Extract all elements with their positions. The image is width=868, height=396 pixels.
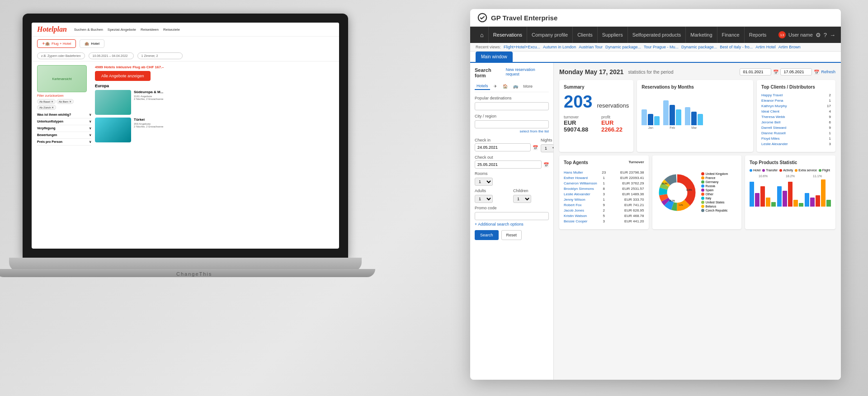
gp-agent-name-2[interactable]: Cameron Williamson bbox=[564, 181, 600, 185]
hp-filter-5[interactable]: Preis pro Person∨ bbox=[37, 139, 91, 146]
gp-recent-link-3[interactable]: Dynamic package... bbox=[605, 45, 641, 49]
gp-logout-icon[interactable]: → bbox=[830, 32, 835, 38]
hp-nav-item-2[interactable]: Spezial-Angebote bbox=[108, 28, 136, 32]
gp-popular-dest-input[interactable] bbox=[475, 102, 549, 110]
gp-bar-pair-jan bbox=[642, 109, 660, 125]
gp-home-btn[interactable]: ⌂ bbox=[476, 27, 488, 43]
gp-client-name-1[interactable]: Eleanor Pena bbox=[761, 99, 783, 103]
hp-chip-2[interactable]: Ab Zürich ✕ bbox=[37, 105, 56, 110]
gp-client-name-9[interactable]: Leslie Alexander bbox=[761, 142, 788, 146]
gp-bar-group-feb: Feb bbox=[663, 100, 681, 129]
gp-client-name-6[interactable]: Darrell Steward bbox=[761, 126, 786, 130]
gp-client-name-4[interactable]: Theresa Webb bbox=[761, 115, 785, 119]
gp-profit-label: profit bbox=[601, 115, 629, 119]
gp-help-icon[interactable]: ? bbox=[824, 32, 827, 38]
hp-filter-reset[interactable]: Filter zurücksetzen bbox=[37, 94, 91, 97]
gp-recent-link-4[interactable]: Tour Prague - Mu... bbox=[644, 45, 679, 49]
gp-toolbar-flight[interactable]: ✈ bbox=[492, 83, 499, 90]
gp-agent-name-5[interactable]: Jenny Wilson bbox=[564, 198, 600, 202]
gp-agent-name-7[interactable]: Jacob Jones bbox=[564, 208, 600, 212]
gp-promo-input[interactable] bbox=[475, 212, 549, 220]
hp-nav-item-1[interactable]: Suchen & Buchen bbox=[74, 28, 103, 32]
gp-toolbar-house[interactable]: 🏠 bbox=[501, 83, 509, 90]
gp-nav-company-profile[interactable]: Company profile bbox=[527, 27, 572, 43]
gp-agent-name-4[interactable]: Leslie Alexander bbox=[564, 192, 600, 196]
gp-agent-name-9[interactable]: Bessie Cooper bbox=[564, 219, 600, 223]
gp-toolbar-bus[interactable]: 🚌 bbox=[511, 83, 520, 90]
gp-agent-name-0[interactable]: Hans Muller bbox=[564, 170, 600, 174]
gp-refresh-button[interactable]: Refresh bbox=[821, 70, 835, 74]
hp-date-input[interactable]: 10.06.2021 – 04.04.2022 bbox=[89, 52, 134, 59]
gp-toolbar-hotels[interactable]: Hotels bbox=[475, 83, 490, 90]
hp-chip-0[interactable]: Ab Basel ✕ bbox=[37, 99, 56, 104]
hp-filter-2[interactable]: Unterkunftstypen∨ bbox=[37, 118, 91, 125]
gp-period-to[interactable] bbox=[780, 68, 812, 75]
gp-recent-link-0[interactable]: Flight+Hotel+Excu... bbox=[504, 45, 540, 49]
gp-period-cal-2[interactable]: 📅 bbox=[814, 70, 819, 75]
gp-nav-reports[interactable]: Reports bbox=[744, 27, 771, 43]
gp-checkin-input[interactable] bbox=[475, 143, 531, 151]
hp-location-input[interactable]: z.B. Zypern oder Badeferien bbox=[37, 52, 85, 59]
hp-filter-1[interactable]: Was ist Ihnen wichtig?∨ bbox=[37, 112, 91, 118]
gp-recent-link-5[interactable]: Dynamic package... bbox=[681, 45, 717, 49]
gp-client-name-8[interactable]: Floyd Miles bbox=[761, 137, 779, 141]
gp-recent-link-1[interactable]: Autumn in London bbox=[543, 45, 576, 49]
gp-client-name-0[interactable]: Happy Travel bbox=[761, 93, 783, 97]
hp-filter-4[interactable]: Bewertungen∨ bbox=[37, 132, 91, 139]
gp-recent-link-7[interactable]: Artim Hotel bbox=[755, 45, 776, 49]
gp-children-select[interactable]: 12 bbox=[513, 195, 531, 203]
hp-nav-item-3[interactable]: Reiseideen bbox=[141, 28, 159, 32]
gp-prod-legend-4: Flight bbox=[819, 169, 830, 172]
gp-select-from-list[interactable]: select from the list bbox=[475, 129, 549, 133]
gp-checkin-calendar-icon[interactable]: 📅 bbox=[533, 145, 538, 150]
gp-city-region-input[interactable] bbox=[475, 120, 549, 128]
gp-client-name-7[interactable]: Dianne Russell bbox=[761, 131, 786, 135]
gp-reset-button[interactable]: Reset bbox=[501, 230, 522, 240]
hp-search-btn[interactable]: Alle Angebote anzeigen bbox=[95, 71, 151, 81]
gp-checkout-input[interactable] bbox=[475, 160, 542, 169]
gp-rooms-select[interactable]: 12 bbox=[475, 178, 493, 186]
gp-agent-name-3[interactable]: Brooklyn Simmons bbox=[564, 187, 600, 191]
gp-recent-link-6[interactable]: Best of Italy - fro... bbox=[720, 45, 753, 49]
gp-nav-clients[interactable]: Clients bbox=[572, 27, 597, 43]
gp-nav-suppliers[interactable]: Suppliers bbox=[597, 27, 627, 43]
gp-client-name-5[interactable]: Jerome Bell bbox=[761, 120, 780, 124]
gp-agent-row-0: Hans Muller 23 EUR 23796.38 bbox=[564, 170, 644, 174]
gp-agent-name-6[interactable]: Robert Fox bbox=[564, 203, 600, 207]
gp-additional-search-link[interactable]: + Additional search options bbox=[475, 222, 549, 226]
gp-nav-marketing[interactable]: Marketing bbox=[685, 27, 717, 43]
hp-filter-3[interactable]: Verpflegung∨ bbox=[37, 125, 91, 132]
hp-map[interactable]: #4db6ac Kartenansicht bbox=[37, 65, 87, 92]
gp-nav-selfoperated[interactable]: Selfoperated products bbox=[627, 27, 686, 43]
gp-agent-name-8[interactable]: Kristin Watson bbox=[564, 214, 600, 218]
gp-client-name-3[interactable]: Ideal Client bbox=[761, 109, 779, 113]
gp-toolbar-more[interactable]: More bbox=[522, 83, 535, 90]
gp-search-button[interactable]: Search bbox=[475, 230, 499, 240]
gp-period-from[interactable] bbox=[740, 68, 771, 75]
gp-notification-badge[interactable]: 13 bbox=[778, 31, 786, 38]
gp-settings-icon[interactable]: ⚙ bbox=[816, 32, 821, 38]
gp-main-content: Search form New reservation request Hote… bbox=[470, 63, 841, 380]
gp-client-row-3: Ideal Client 4 bbox=[761, 109, 831, 113]
gp-agent-name-1[interactable]: Esther Howard bbox=[564, 176, 600, 180]
hp-nav-item-4[interactable]: Reiseziele bbox=[163, 28, 180, 32]
hp-filter-title-1: Was ist Ihnen wichtig?∨ bbox=[37, 113, 91, 117]
gp-nav-reservations[interactable]: Reservations bbox=[488, 27, 527, 43]
hp-rooms-input[interactable]: 1 Zimmer, 2 bbox=[137, 52, 183, 59]
gp-turnover-item: turnover EUR 59074.88 bbox=[564, 115, 594, 133]
gp-checkin-date-row: 📅 bbox=[475, 143, 538, 151]
gp-adults-select[interactable]: 12 bbox=[475, 195, 493, 203]
gp-main-window-tab[interactable]: Main window bbox=[476, 52, 513, 62]
gp-nights-select[interactable]: 1237 bbox=[541, 144, 554, 152]
gp-checkout-calendar-icon[interactable]: 📅 bbox=[543, 162, 549, 167]
gp-period-cal-1[interactable]: 📅 bbox=[773, 70, 778, 75]
gp-recent-link-2[interactable]: Austrian Tour bbox=[579, 45, 603, 49]
hp-tab-flight-hotel[interactable]: ✈🏨 Flug + Hotel bbox=[37, 39, 76, 48]
gp-nav-finance[interactable]: Finance bbox=[717, 27, 744, 43]
gp-logo-icon bbox=[477, 13, 487, 23]
gp-new-reservation-link[interactable]: New reservation request bbox=[506, 67, 549, 76]
hp-chip-1[interactable]: Ab Bern ✕ bbox=[57, 99, 74, 104]
gp-recent-link-8[interactable]: Artim Brown bbox=[778, 45, 801, 49]
hp-tab-hotel[interactable]: 🏨 Hotel bbox=[80, 39, 104, 48]
gp-client-name-2[interactable]: Kathryn Murphy bbox=[761, 104, 787, 108]
